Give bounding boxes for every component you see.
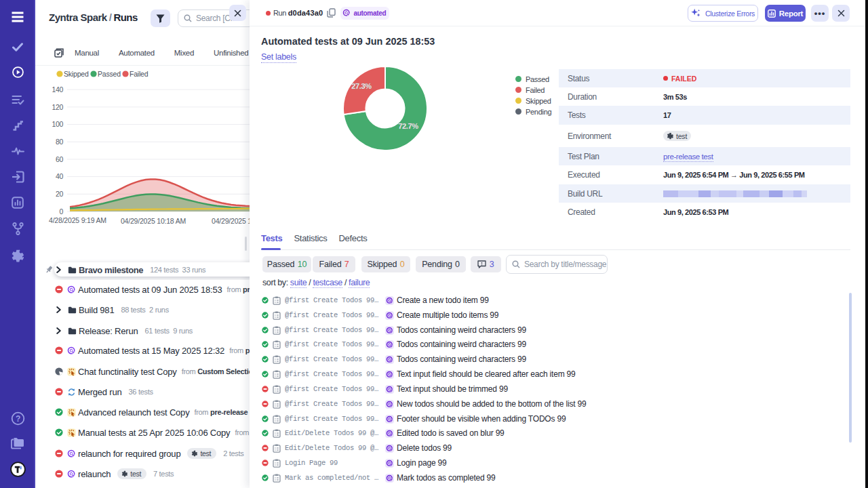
svg-text:27.3%: 27.3% xyxy=(351,82,372,90)
svg-text:Skipped: Skipped xyxy=(64,70,89,78)
svg-text:120: 120 xyxy=(52,103,63,111)
svg-text:0: 0 xyxy=(59,207,63,216)
svg-text:80: 80 xyxy=(56,138,64,146)
svg-text:Passed: Passed xyxy=(98,70,121,78)
svg-text:100: 100 xyxy=(52,120,63,128)
svg-text:72.7%: 72.7% xyxy=(398,122,418,130)
svg-text:4/28/2025 9:19 AM: 4/28/2025 9:19 AM xyxy=(49,216,106,224)
svg-text:40: 40 xyxy=(56,172,64,180)
svg-text:04/29/2025 10: 04/29/2025 10 xyxy=(212,217,250,225)
svg-text:?: ? xyxy=(15,414,20,424)
svg-text:Failed: Failed xyxy=(130,70,149,78)
svg-text:04/29/2025 10:18 AM: 04/29/2025 10:18 AM xyxy=(121,217,186,225)
svg-text:60: 60 xyxy=(56,155,64,163)
svg-text:140: 140 xyxy=(52,85,63,94)
svg-text:20: 20 xyxy=(56,190,64,198)
